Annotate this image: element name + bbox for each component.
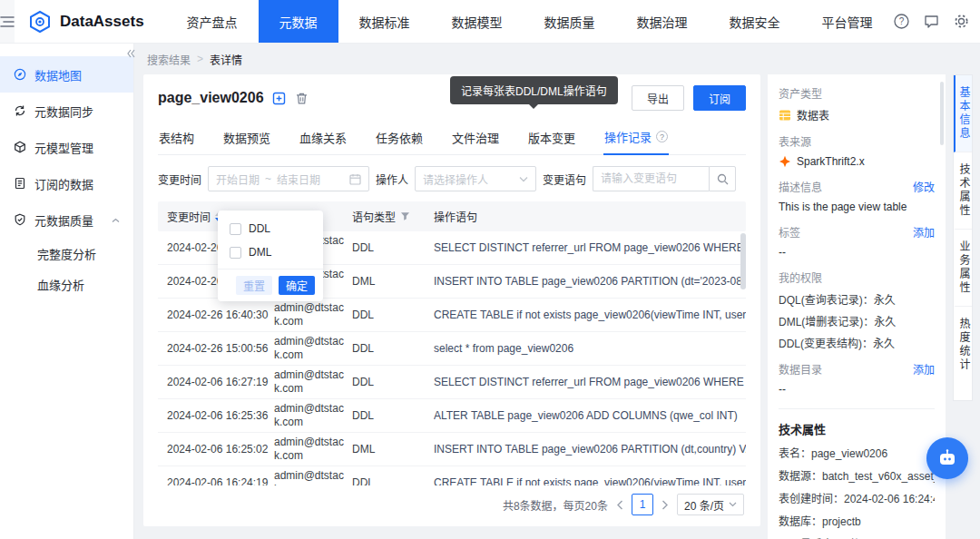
tag-label: 标签 <box>779 224 800 240</box>
subscribed-doc-icon <box>14 177 26 190</box>
tab-table-structure[interactable]: 表结构 <box>158 120 195 154</box>
side-tab-heat-statistics[interactable]: 热度统计 <box>954 307 972 383</box>
table-row[interactable]: 2024-02-26 16:40:30 admin@dtstack.com DD… <box>158 299 746 332</box>
sidebar-item-metadata-quality[interactable]: 元数据质量 <box>0 201 133 238</box>
catalog-row: 数据目录 添加 <box>779 361 935 377</box>
page-number-1[interactable]: 1 <box>632 494 653 515</box>
tab-task-dependency[interactable]: 任务依赖 <box>375 120 424 154</box>
sidebar-collapse-icon[interactable] <box>126 47 135 61</box>
table-row[interactable]: 2024-02-26 15:00:56 admin@dtstack.com DD… <box>158 332 746 366</box>
cell-type: DML <box>352 275 434 288</box>
cell-type: DDL <box>352 342 434 355</box>
tech-ddl-last-change: DDL最后变更时间：2024-02-26 16:40:5... <box>779 535 935 539</box>
description-row: 描述信息 修改 <box>779 179 935 194</box>
breadcrumb-search-results[interactable]: 搜索结果 <box>147 52 191 67</box>
sql-search-input[interactable] <box>593 166 709 191</box>
tab-operation-record[interactable]: 操作记录 ? <box>603 120 669 155</box>
sidebar-subitem-completeness-analysis[interactable]: 完整度分析 <box>0 238 133 269</box>
tab-file-governance[interactable]: 文件治理 <box>451 120 500 154</box>
svg-text:?: ? <box>899 16 905 26</box>
export-button[interactable]: 导出 <box>632 85 684 111</box>
sidebar-item-subscribed-data[interactable]: 订阅的数据 <box>0 165 133 201</box>
sidebar-item-label: 订阅的数据 <box>34 175 93 192</box>
nav-item-data-standard[interactable]: 数据标准 <box>338 0 431 43</box>
tech-table-name: 表名：page_view0206 <box>779 445 935 460</box>
add-catalog-link[interactable]: 添加 <box>913 361 935 377</box>
tab-lineage[interactable]: 血缘关系 <box>299 120 348 154</box>
filter-time-label: 变更时间 <box>158 172 201 187</box>
hamburger-menu-icon[interactable] <box>0 0 15 43</box>
cell-operator: admin@dtstack.com <box>274 301 352 328</box>
sidebar-item-data-map[interactable]: 数据地图 <box>0 56 133 93</box>
cell-type: DDL <box>352 476 434 485</box>
tab-version-change[interactable]: 版本变更 <box>527 120 576 154</box>
checkbox-dml[interactable] <box>230 247 241 259</box>
help-icon[interactable]: ? <box>894 14 910 30</box>
table-row[interactable]: 2024-02-06 16:24:19 admin@dtstack.com DD… <box>158 466 746 485</box>
add-to-collection-icon[interactable] <box>272 91 287 105</box>
table-scrollbar[interactable] <box>740 233 746 289</box>
nav-item-data-quality[interactable]: 数据质量 <box>524 0 616 43</box>
description-label: 描述信息 <box>779 179 822 194</box>
tab-data-preview[interactable]: 数据预览 <box>222 120 271 154</box>
app-logo[interactable]: DataAssets <box>15 0 166 43</box>
nav-item-data-model[interactable]: 数据模型 <box>431 0 524 43</box>
subscribe-button[interactable]: 订阅 <box>693 85 746 111</box>
tab-help-icon[interactable]: ? <box>656 131 668 142</box>
cell-sql: select * from page_view0206 <box>434 342 746 355</box>
nav-item-data-governance[interactable]: 数据治理 <box>616 0 709 43</box>
table-row[interactable]: 2024-02-06 16:25:02 admin@dtstack.com DM… <box>158 433 746 466</box>
detail-tabs: 表结构 数据预览 血缘关系 任务依赖 文件治理 版本变更 操作记录 ? <box>158 120 746 155</box>
assistant-float-button[interactable] <box>926 437 968 479</box>
filter-operator-label: 操作人 <box>376 172 408 187</box>
edit-description-link[interactable]: 修改 <box>913 179 935 194</box>
header-statement-type: 语句类型 <box>352 209 434 224</box>
side-tab-business-attributes[interactable]: 业务属性 <box>954 230 972 307</box>
nav-item-platform-admin[interactable]: 平台管理 <box>801 0 894 43</box>
cell-sql: CREATE TABLE if not exists page_view0206… <box>434 476 746 485</box>
nav-item-metadata[interactable]: 元数据 <box>259 0 338 43</box>
checkbox-ddl[interactable] <box>230 223 241 235</box>
date-end-placeholder: 结束日期 <box>277 172 320 187</box>
side-tab-basic-info[interactable]: 基本信息 <box>954 75 972 152</box>
date-range-picker[interactable]: 开始日期 ~ 结束日期 <box>208 166 369 191</box>
permission-row: 我的权限 <box>779 270 935 285</box>
delete-trash-icon[interactable] <box>295 91 309 105</box>
date-start-placeholder: 开始日期 <box>216 172 260 187</box>
nav-item-asset-inventory[interactable]: 资产盘点 <box>166 0 259 43</box>
page-size-select[interactable]: 20 条/页 <box>677 494 744 515</box>
cell-time: 2024-02-06 16:25:36 <box>158 409 274 422</box>
panel-scrollbar[interactable] <box>940 82 944 145</box>
breadcrumb-table-detail: 表详情 <box>210 52 242 67</box>
hamburger-icon <box>0 15 15 28</box>
left-sidebar: 数据地图 元数据同步 元模型管理 订阅的数据 元数据质量 完整度分析 <box>0 44 134 539</box>
sidebar-item-metamodel-management[interactable]: 元模型管理 <box>0 129 133 165</box>
sidebar-item-metadata-sync[interactable]: 元数据同步 <box>0 93 133 129</box>
nav-item-data-security[interactable]: 数据安全 <box>709 0 801 43</box>
filter-confirm-button[interactable]: 确定 <box>279 276 315 295</box>
panel-section-tabs: 基本信息 技术属性 业务属性 热度统计 <box>953 74 973 401</box>
cell-sql: ALTER TABLE page_view0206 ADD COLUMNS (q… <box>434 409 746 422</box>
sidebar-subitem-lineage-analysis[interactable]: 血缘分析 <box>0 269 133 299</box>
sync-icon <box>14 104 26 117</box>
filter-reset-button[interactable]: 重置 <box>236 276 272 295</box>
add-tag-link[interactable]: 添加 <box>913 224 935 240</box>
filter-option-ddl[interactable]: DDL <box>218 217 323 240</box>
next-page-icon[interactable] <box>662 500 669 510</box>
table-row[interactable]: 2024-02-06 16:27:19 admin@dtstack.com DD… <box>158 366 746 399</box>
panel-divider <box>779 408 935 409</box>
operator-select[interactable]: 请选择操作人 <box>415 166 536 191</box>
side-tab-tech-attributes[interactable]: 技术属性 <box>954 152 972 230</box>
filter-option-label: DDL <box>249 222 270 235</box>
table-row[interactable]: 2024-02-06 16:25:36 admin@dtstack.com DD… <box>158 399 746 433</box>
cell-sql: SELECT DISTINCT referrer_url FROM page_v… <box>434 241 746 254</box>
filter-bar: 变更时间 开始日期 ~ 结束日期 操作人 请选择操作人 <box>158 166 746 191</box>
header-statement: 操作语句 <box>434 209 746 224</box>
search-icon[interactable] <box>709 166 736 191</box>
filter-funnel-icon[interactable] <box>400 211 410 221</box>
filter-option-dml[interactable]: DML <box>218 240 323 264</box>
settings-gear-icon[interactable] <box>954 14 970 30</box>
cell-sql: INSERT INTO TABLE page_view0206 PARTITIO… <box>434 443 746 456</box>
message-icon[interactable] <box>924 14 940 30</box>
prev-page-icon[interactable] <box>616 500 623 510</box>
